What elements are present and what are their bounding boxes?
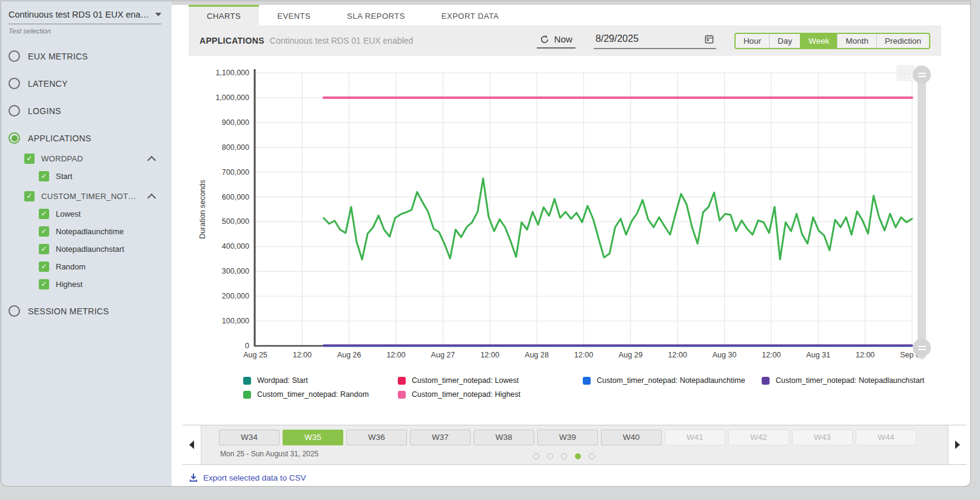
metric-start[interactable]: ✓Start — [39, 171, 164, 181]
svg-text:300,000: 300,000 — [222, 267, 249, 275]
checkbox-icon[interactable]: ✓ — [39, 244, 49, 254]
radio-icon — [8, 105, 20, 117]
slider-handle-bottom[interactable] — [913, 339, 931, 357]
chart-canvas: Aug 2512:00Aug 2612:00Aug 2712:00Aug 281… — [187, 56, 942, 371]
weeks-prev-button[interactable] — [183, 425, 201, 464]
week-button-w37[interactable]: W37 — [410, 430, 471, 445]
legend-swatch — [398, 391, 406, 399]
pager-dots — [533, 453, 595, 459]
week-button-w38[interactable]: W38 — [474, 430, 534, 445]
legend-item-wordpad-start[interactable]: Wordpad: Start — [243, 376, 398, 385]
svg-text:1,100,000: 1,100,000 — [215, 69, 249, 77]
checkbox-icon[interactable]: ✓ — [39, 262, 49, 272]
week-button-w40[interactable]: W40 — [601, 430, 662, 445]
header-controls: Now 8/29/2025 HourDayWeekMonthPrediction — [537, 32, 930, 49]
week-button-w35[interactable]: W35 — [283, 430, 343, 445]
refresh-icon — [540, 35, 549, 44]
legend-item-custom-timer-notepad-random[interactable]: Custom_timer_notepad: Random — [243, 390, 398, 399]
radio-label: SESSION METRICS — [28, 306, 109, 316]
group-label: CUSTOM_TIMER_NOT… — [41, 192, 136, 201]
radio-icon — [8, 78, 20, 89]
svg-text:Aug 25: Aug 25 — [243, 351, 267, 359]
pager-dot-5[interactable] — [589, 453, 595, 459]
week-button-w44: W44 — [856, 430, 916, 445]
y-zoom-slider[interactable] — [918, 68, 926, 359]
arrow-right-icon — [955, 441, 960, 449]
checkbox-icon[interactable]: ✓ — [24, 191, 35, 201]
tab-events[interactable]: EVENTS — [259, 5, 329, 25]
calendar-icon — [704, 34, 714, 44]
legend-label: Custom_timer_notepad: Notepadlaunchstart — [776, 376, 924, 385]
week-button-w34[interactable]: W34 — [219, 430, 280, 445]
metric-label: Lowest — [56, 209, 81, 218]
legend-item-custom-timer-notepad-lowest[interactable]: Custom_timer_notepad: Lowest — [398, 376, 583, 385]
metric-notepadlaunchstart[interactable]: ✓Notepadlaunchstart — [39, 244, 164, 254]
pager-dot-4[interactable] — [575, 453, 581, 459]
radio-icon — [8, 50, 20, 62]
legend-item-custom-timer-notepad-notepadlaunchtime[interactable]: Custom_timer_notepad: Notepadlaunchtime — [583, 376, 762, 385]
test-selector-dropdown[interactable]: Continuous test RDS 01 EUX ena… — [8, 10, 161, 24]
range-button-prediction[interactable]: Prediction — [876, 34, 929, 48]
tab-export-data[interactable]: EXPORT DATA — [423, 5, 517, 25]
metric-lowest[interactable]: ✓Lowest — [39, 209, 164, 219]
main-area: CHARTSEVENTSSLA REPORTSEXPORT DATA APPLI… — [172, 1, 970, 486]
metric-random[interactable]: ✓Random — [39, 262, 164, 272]
legend-item-custom-timer-notepad-highest[interactable]: Custom_timer_notepad: Highest — [398, 390, 583, 399]
checkbox-icon[interactable]: ✓ — [39, 171, 49, 181]
tab-charts[interactable]: CHARTS — [189, 5, 259, 25]
export-csv-label: Export selected data to CSV — [203, 473, 306, 482]
svg-text:100,000: 100,000 — [222, 317, 249, 325]
group-wordpad[interactable]: ✓WORDPAD — [24, 154, 164, 164]
legend-swatch — [398, 377, 406, 385]
checkbox-icon[interactable]: ✓ — [39, 279, 49, 289]
week-button-w39[interactable]: W39 — [537, 430, 598, 445]
range-button-group: HourDayWeekMonthPrediction — [734, 33, 930, 49]
metric-highest[interactable]: ✓Highest — [39, 279, 164, 289]
sidebar-radio-session-metrics[interactable]: SESSION METRICS — [8, 305, 164, 317]
legend-item-custom-timer-notepad-notepadlaunchstart[interactable]: Custom_timer_notepad: Notepadlaunchstart — [762, 376, 924, 385]
now-label: Now — [554, 34, 572, 44]
range-button-week[interactable]: Week — [800, 34, 837, 48]
checkbox-icon[interactable]: ✓ — [39, 209, 49, 219]
svg-text:400,000: 400,000 — [222, 242, 249, 251]
page-title: APPLICATIONS — [200, 36, 264, 46]
arrow-left-icon — [189, 441, 194, 449]
week-button-w36[interactable]: W36 — [346, 430, 407, 445]
week-button-w43: W43 — [792, 430, 853, 445]
chart-legend: Wordpad: StartCustom_timer_notepad: Lowe… — [243, 376, 924, 399]
metric-label: Notepadlaunchtime — [56, 227, 124, 236]
svg-text:12:00: 12:00 — [480, 351, 499, 359]
checkbox-icon[interactable]: ✓ — [24, 154, 35, 164]
collapse-chevron-icon[interactable] — [147, 194, 156, 202]
chart-header-panel: APPLICATIONS Continuous test RDS 01 EUX … — [189, 25, 941, 56]
tab-sla-reports[interactable]: SLA REPORTS — [329, 5, 423, 25]
metric-label: Highest — [56, 280, 82, 289]
pager-dot-2[interactable] — [547, 453, 553, 459]
svg-text:600,000: 600,000 — [222, 193, 249, 201]
sidebar-radio-applications[interactable]: APPLICATIONS — [8, 132, 164, 144]
sidebar: Continuous test RDS 01 EUX ena… Test sel… — [1, 1, 172, 486]
slider-handle-top[interactable] — [913, 66, 931, 84]
week-range-label: Mon 25 - Sun August 31, 2025 — [220, 450, 318, 458]
range-button-hour[interactable]: Hour — [736, 34, 769, 48]
pager-dot-3[interactable] — [561, 453, 567, 459]
date-input[interactable]: 8/29/2025 — [594, 32, 716, 49]
sidebar-radio-latency[interactable]: LATENCY — [8, 78, 164, 89]
legend-label: Custom_timer_notepad: Notepadlaunchtime — [597, 376, 745, 385]
metric-notepadlaunchtime[interactable]: ✓Notepadlaunchtime — [39, 226, 164, 237]
group-custom-timer-not[interactable]: ✓CUSTOM_TIMER_NOT… — [24, 191, 164, 201]
refresh-now-button[interactable]: Now — [537, 33, 576, 49]
weeks-next-button[interactable] — [948, 425, 967, 464]
legend-swatch — [583, 377, 591, 385]
sidebar-radio-eux-metrics[interactable]: EUX METRICS — [8, 50, 164, 62]
collapse-chevron-icon[interactable] — [147, 156, 156, 164]
sidebar-radio-logins[interactable]: LOGINS — [8, 105, 164, 117]
svg-text:12:00: 12:00 — [856, 351, 874, 359]
pager-dot-1[interactable] — [533, 453, 539, 459]
export-csv-link[interactable]: Export selected data to CSV — [189, 473, 306, 482]
range-button-day[interactable]: Day — [769, 34, 800, 48]
range-button-month[interactable]: Month — [837, 34, 876, 48]
metric-label: Start — [56, 172, 72, 181]
svg-text:Aug 28: Aug 28 — [525, 351, 549, 359]
checkbox-icon[interactable]: ✓ — [39, 226, 49, 237]
